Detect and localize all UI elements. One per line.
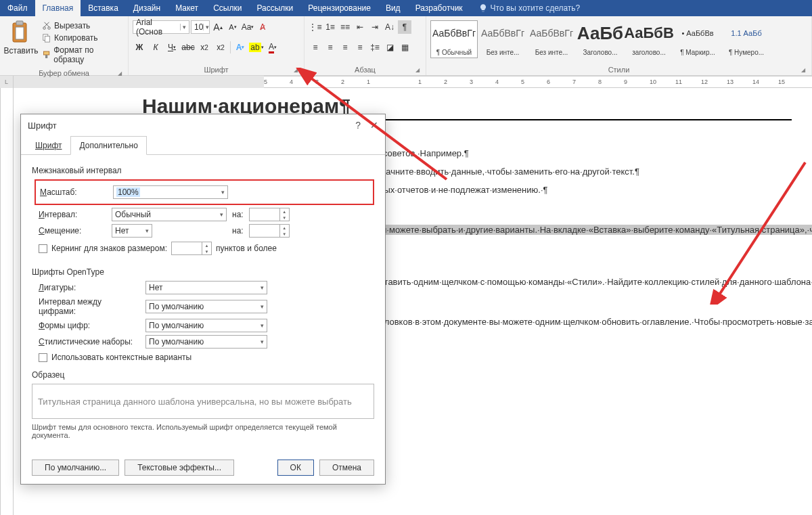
spacing-value-spin[interactable]: ▲▼	[249, 208, 290, 221]
contextual-checkbox[interactable]	[39, 353, 47, 362]
subscript-button[interactable]: x2	[198, 41, 211, 54]
text-effects-button[interactable]: A▾	[233, 41, 247, 54]
copy-button[interactable]: Копировать	[41, 32, 124, 43]
tab-insert[interactable]: Вставка	[81, 0, 126, 16]
on-label: на:	[232, 210, 244, 219]
preview-box: Титульная страница данного шаблона униве…	[32, 384, 374, 419]
tab-review[interactable]: Рецензирование	[300, 0, 378, 16]
scale-combo[interactable]: 100%▾	[113, 185, 228, 199]
on-label-2: на:	[232, 226, 244, 236]
position-label: Смещение:	[39, 226, 106, 236]
scissors-icon	[42, 21, 51, 30]
align-right-button[interactable]: ≡	[338, 41, 352, 54]
preview-label: Образец	[32, 370, 374, 380]
show-marks-button[interactable]: ¶	[398, 20, 411, 34]
cancel-button[interactable]: Отмена	[319, 460, 374, 476]
position-value-spin[interactable]: ▲▼	[249, 224, 290, 238]
align-left-button[interactable]: ≡	[309, 41, 322, 54]
italic-button[interactable]: К	[149, 41, 162, 54]
justify-button[interactable]: ≡	[353, 41, 367, 54]
highlight-button[interactable]: ab▾	[250, 41, 263, 54]
font-name-combo[interactable]: Arial (Основ▾	[133, 20, 189, 34]
font-color-button[interactable]: A▾	[266, 41, 279, 54]
tab-home[interactable]: Главная	[35, 0, 81, 16]
borders-button[interactable]: ▦	[398, 41, 411, 54]
ligatures-label: Лигатуры:	[39, 283, 140, 292]
styles-label: Стили	[608, 66, 630, 74]
ruler-vertical[interactable]	[0, 88, 14, 515]
dialog-tab-font[interactable]: Шрифт	[26, 136, 70, 155]
svg-rect-8	[45, 55, 47, 58]
style-item[interactable]: АаБбЗаголово...	[577, 20, 624, 58]
stylesets-label: Стилистические наборы:	[39, 337, 140, 346]
position-combo[interactable]: Нет▾	[112, 224, 152, 238]
line-spacing-button[interactable]: ‡≡	[368, 41, 382, 54]
cut-button[interactable]: Вырезать	[41, 20, 124, 31]
spacing-combo[interactable]: Обычный▾	[112, 208, 227, 221]
stylesets-combo[interactable]: По умолчанию▾	[145, 335, 267, 349]
grow-font-button[interactable]: A▴	[211, 20, 225, 34]
styles-launcher[interactable]: ◢	[799, 66, 807, 74]
underline-button[interactable]: Ч▾	[165, 41, 179, 54]
style-item[interactable]: АаБбВзаголово...	[625, 20, 673, 58]
kerning-checkbox[interactable]	[39, 244, 47, 253]
clipboard-label: Буфер обмена	[39, 69, 89, 77]
spacing-label: Интервал:	[39, 210, 106, 219]
strikethrough-button[interactable]: abc	[181, 41, 195, 54]
default-button[interactable]: По умолчанию...	[32, 460, 119, 476]
numforms-combo[interactable]: По умолчанию▾	[145, 319, 267, 332]
sort-button[interactable]: A↓	[383, 20, 397, 34]
font-launcher[interactable]: ◢	[292, 66, 300, 74]
group-font: Arial (Основ▾ 10▾ A▴ A▾ Aa▾ A̷ Ж К Ч▾ ab…	[129, 16, 304, 75]
tab-view[interactable]: Вид	[378, 0, 408, 16]
spacing-section-label: Межзнаковый интервал	[32, 166, 374, 175]
paste-button[interactable]: Вставить	[4, 20, 38, 55]
close-button[interactable]: ✕	[370, 120, 378, 131]
numspacing-combo[interactable]: По умолчанию▾	[145, 300, 267, 313]
style-item[interactable]: АаБбВвГг¶ Обычный	[430, 20, 478, 58]
text-effects-button[interactable]: Текстовые эффекты...	[125, 460, 234, 476]
bullets-button[interactable]: ⋮≡	[309, 20, 322, 34]
tab-design[interactable]: Дизайн	[126, 0, 168, 16]
tab-layout[interactable]: Макет	[168, 0, 206, 16]
tab-mailings[interactable]: Рассылки	[249, 0, 300, 16]
paste-icon	[10, 20, 32, 45]
format-painter-button[interactable]: Формат по образцу	[41, 45, 124, 65]
paragraph-launcher[interactable]: ◢	[413, 66, 422, 74]
tab-file[interactable]: Файл	[0, 0, 35, 16]
style-item[interactable]: 1.1 АаБб¶ Нумеро...	[723, 20, 770, 58]
style-item[interactable]: АаБбВвГгБез инте...	[479, 20, 526, 58]
style-item[interactable]: АаБбВвГгБез инте...	[528, 20, 575, 58]
help-button[interactable]: ?	[355, 120, 361, 131]
ligatures-combo[interactable]: Нет▾	[145, 281, 267, 294]
scale-label: Масштаб:	[40, 187, 108, 197]
ok-button[interactable]: ОК	[277, 460, 314, 476]
font-label: Шрифт	[204, 66, 228, 74]
clear-formatting-button[interactable]: A̷	[256, 20, 269, 34]
group-styles: АаБбВвГг¶ ОбычныйАаБбВвГгБез инте...АаБб…	[426, 16, 812, 75]
change-case-button[interactable]: Aa▾	[241, 20, 254, 34]
multilevel-button[interactable]: ≡≡	[338, 20, 352, 34]
superscript-button[interactable]: x2	[214, 41, 227, 54]
shading-button[interactable]: ◪	[383, 41, 397, 54]
tab-references[interactable]: Ссылки	[206, 0, 249, 16]
bold-button[interactable]: Ж	[133, 41, 146, 54]
shrink-font-button[interactable]: A▾	[226, 20, 240, 34]
kerning-value-spin[interactable]: ▲▼	[171, 242, 212, 255]
opentype-section-label: Шрифты OpenType	[32, 267, 374, 277]
clipboard-launcher[interactable]: ◢	[116, 69, 124, 77]
font-size-combo[interactable]: 10▾	[191, 20, 210, 34]
align-center-button[interactable]: ≡	[323, 41, 337, 54]
increase-indent-button[interactable]: ⇥	[368, 20, 382, 34]
style-item[interactable]: • АаБбВв¶ Маркир...	[674, 20, 721, 58]
tab-developer[interactable]: Разработчик	[408, 0, 470, 16]
numbering-button[interactable]: 1≡	[323, 20, 337, 34]
ribbon: Вставить Вырезать Копировать Формат по о…	[0, 16, 812, 76]
menu-tabs: Файл Главная Вставка Дизайн Макет Ссылки…	[0, 0, 812, 16]
decrease-indent-button[interactable]: ⇤	[353, 20, 367, 34]
dialog-tab-advanced[interactable]: Дополнительно	[70, 136, 146, 155]
svg-rect-7	[43, 51, 49, 55]
svg-rect-1	[16, 21, 23, 25]
tell-me[interactable]: Что вы хотите сделать?	[470, 0, 581, 16]
brush-icon	[42, 50, 51, 60]
